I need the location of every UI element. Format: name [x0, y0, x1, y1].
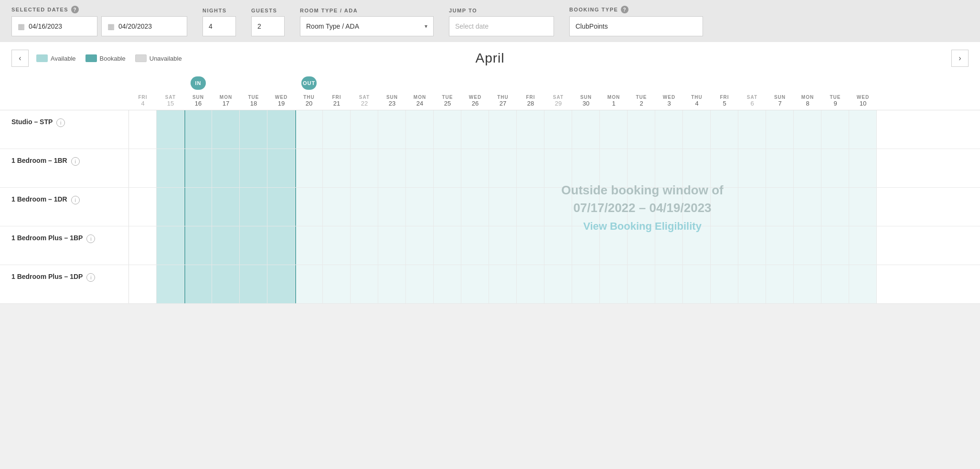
list-item[interactable]: [572, 149, 600, 187]
list-item[interactable]: [267, 265, 295, 303]
list-item[interactable]: [517, 110, 544, 149]
booking-type-help-icon[interactable]: ?: [621, 6, 628, 13]
list-item[interactable]: [711, 265, 738, 303]
list-item[interactable]: [295, 149, 323, 187]
list-item[interactable]: [600, 110, 628, 149]
list-item[interactable]: [544, 265, 572, 303]
list-item[interactable]: [184, 188, 212, 226]
list-item[interactable]: [544, 110, 572, 149]
list-item[interactable]: [267, 188, 295, 226]
list-item[interactable]: [794, 226, 821, 265]
list-item[interactable]: [295, 188, 323, 226]
list-item[interactable]: [295, 110, 323, 149]
list-item[interactable]: [628, 265, 655, 303]
list-item[interactable]: [323, 226, 351, 265]
room-info-icon[interactable]: i: [71, 196, 80, 204]
list-item[interactable]: [406, 188, 434, 226]
list-item[interactable]: [738, 226, 766, 265]
list-item[interactable]: [351, 265, 378, 303]
list-item[interactable]: [212, 110, 240, 149]
list-item[interactable]: [517, 226, 544, 265]
list-item[interactable]: [821, 265, 849, 303]
list-item[interactable]: [323, 265, 351, 303]
list-item[interactable]: [794, 188, 821, 226]
list-item[interactable]: [628, 110, 655, 149]
room-info-icon[interactable]: i: [56, 118, 65, 127]
list-item[interactable]: [572, 265, 600, 303]
list-item[interactable]: [434, 265, 461, 303]
list-item[interactable]: [711, 226, 738, 265]
list-item[interactable]: [157, 110, 184, 149]
list-item[interactable]: [849, 188, 877, 226]
list-item[interactable]: [323, 149, 351, 187]
jump-to-input[interactable]: Select date: [449, 16, 554, 36]
list-item[interactable]: [434, 149, 461, 187]
list-item[interactable]: [711, 110, 738, 149]
list-item[interactable]: [378, 226, 406, 265]
list-item[interactable]: [683, 110, 711, 149]
list-item[interactable]: [489, 110, 517, 149]
selected-dates-help-icon[interactable]: ?: [71, 6, 79, 13]
list-item[interactable]: [489, 265, 517, 303]
list-item[interactable]: [766, 265, 794, 303]
list-item[interactable]: [129, 188, 157, 226]
list-item[interactable]: [184, 265, 212, 303]
list-item[interactable]: [323, 188, 351, 226]
list-item[interactable]: [240, 149, 267, 187]
list-item[interactable]: [711, 188, 738, 226]
list-item[interactable]: [378, 188, 406, 226]
calendar-scroll[interactable]: INOUTFRI4SAT15SUN16MON17TUE18WED19THU20F…: [0, 75, 980, 304]
list-item[interactable]: [600, 265, 628, 303]
list-item[interactable]: [821, 188, 849, 226]
end-date-input[interactable]: ▦ 04/20/2023: [101, 16, 187, 36]
list-item[interactable]: [351, 110, 378, 149]
list-item[interactable]: [738, 149, 766, 187]
list-item[interactable]: [267, 110, 295, 149]
list-item[interactable]: [794, 265, 821, 303]
list-item[interactable]: [323, 110, 351, 149]
list-item[interactable]: [794, 149, 821, 187]
list-item[interactable]: [711, 149, 738, 187]
list-item[interactable]: [212, 226, 240, 265]
list-item[interactable]: [378, 265, 406, 303]
list-item[interactable]: [517, 188, 544, 226]
list-item[interactable]: [212, 149, 240, 187]
list-item[interactable]: [766, 110, 794, 149]
list-item[interactable]: [378, 149, 406, 187]
list-item[interactable]: [129, 110, 157, 149]
list-item[interactable]: [849, 226, 877, 265]
list-item[interactable]: [240, 265, 267, 303]
list-item[interactable]: [849, 110, 877, 149]
list-item[interactable]: [157, 149, 184, 187]
list-item[interactable]: [184, 110, 212, 149]
list-item[interactable]: [351, 188, 378, 226]
room-type-dropdown[interactable]: Room Type / ADA ▾: [300, 16, 434, 36]
room-info-icon[interactable]: i: [86, 273, 95, 282]
next-month-button[interactable]: ›: [951, 50, 969, 67]
list-item[interactable]: [157, 265, 184, 303]
list-item[interactable]: [544, 188, 572, 226]
list-item[interactable]: [212, 188, 240, 226]
guests-input[interactable]: 2: [251, 16, 285, 36]
list-item[interactable]: [406, 110, 434, 149]
list-item[interactable]: [766, 149, 794, 187]
list-item[interactable]: [267, 226, 295, 265]
list-item[interactable]: [544, 149, 572, 187]
list-item[interactable]: [434, 226, 461, 265]
list-item[interactable]: [461, 110, 489, 149]
start-date-input[interactable]: ▦ 04/16/2023: [11, 16, 97, 36]
list-item[interactable]: [655, 110, 683, 149]
room-info-icon[interactable]: i: [71, 157, 80, 166]
list-item[interactable]: [821, 110, 849, 149]
list-item[interactable]: [434, 188, 461, 226]
list-item[interactable]: [267, 149, 295, 187]
list-item[interactable]: [489, 188, 517, 226]
list-item[interactable]: [655, 265, 683, 303]
list-item[interactable]: [489, 149, 517, 187]
list-item[interactable]: [212, 265, 240, 303]
list-item[interactable]: [683, 149, 711, 187]
list-item[interactable]: [766, 226, 794, 265]
list-item[interactable]: [461, 149, 489, 187]
room-info-icon[interactable]: i: [86, 234, 95, 243]
list-item[interactable]: [406, 149, 434, 187]
